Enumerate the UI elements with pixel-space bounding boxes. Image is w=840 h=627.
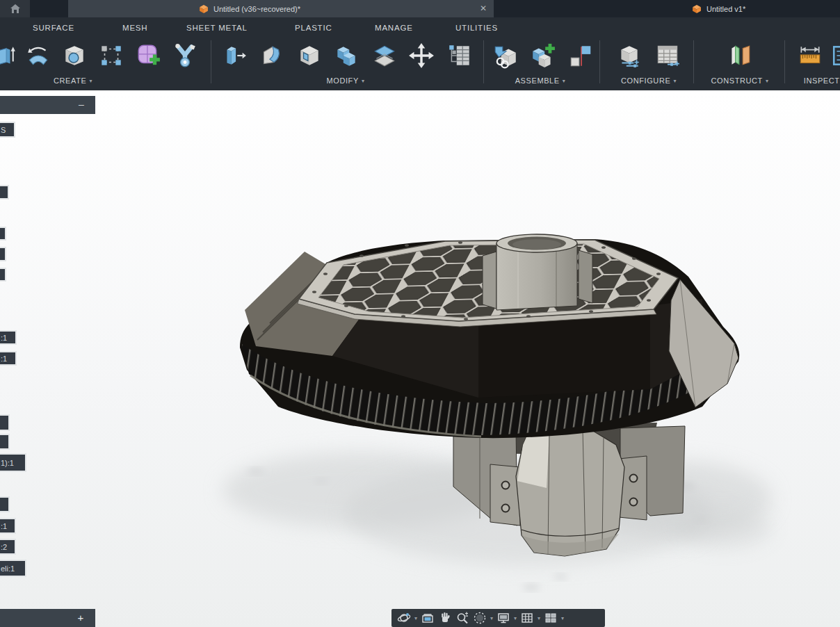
- group-label-create[interactable]: CREATE▾: [54, 74, 92, 88]
- browser-node-fragment[interactable]: [0, 247, 6, 261]
- fusion-window: Untitled (v36~recovered)* ✕ Untitled v1*…: [0, 0, 840, 627]
- tab-close-icon[interactable]: ✕: [480, 0, 487, 17]
- document-tab-title: Untitled v1*: [706, 5, 745, 13]
- document-cube-icon: [199, 4, 209, 14]
- construction-plane-icon[interactable]: [725, 39, 755, 72]
- timeline-bar[interactable]: +: [0, 609, 95, 627]
- group-label-construct[interactable]: CONSTRUCT▾: [711, 74, 768, 88]
- toolbar-divider: [211, 40, 211, 83]
- model-3d-render[interactable]: [0, 90, 840, 627]
- tab-sheet-metal[interactable]: SHEET METAL: [186, 17, 248, 38]
- browser-node-fragment[interactable]: 1):1: [0, 453, 26, 472]
- combine-icon[interactable]: [331, 39, 362, 72]
- measure-icon[interactable]: [795, 39, 825, 72]
- extrude-icon[interactable]: [0, 39, 19, 72]
- tab-manage[interactable]: MANAGE: [375, 17, 413, 38]
- tab-mesh[interactable]: MESH: [122, 17, 147, 38]
- toolbar-divider: [693, 40, 694, 83]
- configure-icon[interactable]: [614, 39, 645, 72]
- home-button[interactable]: [0, 0, 30, 17]
- shell-icon[interactable]: [294, 39, 325, 72]
- browser-node-fragment[interactable]: [0, 414, 10, 431]
- toolbar-divider: [599, 40, 600, 83]
- fillet-icon[interactable]: [257, 39, 287, 72]
- chevron-down-icon: ▾: [362, 78, 365, 84]
- view-navbar: ▾: [391, 609, 605, 627]
- ribbon: SURFACE MESH SHEET METAL PLASTIC MANAGE …: [0, 17, 840, 90]
- browser-node-fragment[interactable]: eli:1: [0, 560, 26, 577]
- tab-plastic[interactable]: PLASTIC: [295, 17, 332, 38]
- viewports-icon[interactable]: [544, 610, 558, 626]
- document-tab-inactive[interactable]: Untitled v1*: [612, 0, 840, 17]
- configuration-table-icon[interactable]: [652, 39, 683, 72]
- ribbon-menubar: SURFACE MESH SHEET METAL PLASTIC MANAGE …: [0, 17, 840, 38]
- browser-node-fragment[interactable]: [0, 496, 10, 512]
- fit-icon[interactable]: [473, 610, 487, 626]
- section-analysis-icon[interactable]: [829, 39, 840, 72]
- press-pull-icon[interactable]: [219, 39, 250, 72]
- chevron-down-icon: ▾: [673, 78, 677, 84]
- pan-icon[interactable]: [438, 610, 452, 626]
- hole-icon[interactable]: [59, 39, 90, 72]
- tab-surface[interactable]: SURFACE: [33, 17, 74, 38]
- group-label-configure[interactable]: CONFIGURE▾: [621, 74, 677, 88]
- chevron-down-icon[interactable]: ▾: [514, 615, 517, 621]
- joint-icon[interactable]: [565, 39, 596, 72]
- chevron-down-icon: ▾: [89, 78, 92, 84]
- browser-node-fragment[interactable]: :1: [0, 330, 17, 345]
- browser-node-fragment[interactable]: [0, 185, 9, 200]
- browser-node-fragment[interactable]: :2: [0, 539, 16, 555]
- tab-utilities[interactable]: UTILITIES: [455, 17, 498, 38]
- move-copy-icon[interactable]: [406, 39, 437, 72]
- generative-design-icon[interactable]: [170, 39, 200, 72]
- browser-node-fragment[interactable]: [0, 268, 6, 282]
- timeline-add-icon[interactable]: +: [72, 609, 90, 627]
- document-tab-title: Untitled (v36~recovered)*: [213, 5, 300, 13]
- chevron-down-icon: ▾: [766, 78, 769, 84]
- chevron-down-icon[interactable]: ▾: [490, 615, 493, 621]
- document-cube-icon: [692, 4, 702, 14]
- chevron-down-icon[interactable]: ▾: [538, 615, 540, 621]
- offset-face-icon[interactable]: [369, 39, 400, 72]
- display-settings-icon[interactable]: [496, 610, 510, 626]
- new-component-icon[interactable]: [528, 39, 558, 72]
- browser-node-fragment[interactable]: :1: [0, 351, 17, 366]
- rectangular-pattern-icon[interactable]: [96, 39, 127, 72]
- browser-panel-header[interactable]: –: [0, 96, 95, 114]
- change-parameters-icon[interactable]: [444, 39, 475, 72]
- toolbar-divider: [784, 40, 785, 83]
- document-tab-active[interactable]: Untitled (v36~recovered)* ✕: [68, 0, 494, 17]
- browser-node-fragment[interactable]: [0, 434, 10, 450]
- model-center-tower[interactable]: [483, 234, 592, 310]
- group-label-modify[interactable]: MODIFY▾: [326, 74, 364, 88]
- insert-icon[interactable]: [490, 39, 521, 72]
- toolbar-divider: [483, 40, 484, 83]
- panel-minimize-icon[interactable]: –: [73, 96, 90, 114]
- orbit-icon[interactable]: [397, 610, 411, 626]
- chevron-down-icon[interactable]: ▾: [561, 615, 564, 621]
- group-label-inspect[interactable]: INSPECT▾: [804, 74, 840, 88]
- browser-node-fragment[interactable]: :1: [0, 518, 16, 534]
- look-at-icon[interactable]: [421, 610, 435, 626]
- revolve-icon[interactable]: [23, 39, 54, 72]
- chevron-down-icon: ▾: [563, 78, 566, 84]
- viewport-canvas[interactable]: – S :1 :1 1):1 :1 :2 eli:1 +: [0, 90, 840, 627]
- form-icon[interactable]: [133, 39, 163, 72]
- zoom-icon[interactable]: [455, 610, 469, 626]
- grid-settings-icon[interactable]: [520, 610, 534, 626]
- document-tabbar: Untitled (v36~recovered)* ✕ Untitled v1*: [0, 0, 840, 17]
- group-label-assemble[interactable]: ASSEMBLE▾: [515, 74, 566, 88]
- home-icon: [10, 3, 21, 14]
- browser-node-fragment[interactable]: [0, 227, 6, 241]
- chevron-down-icon[interactable]: ▾: [414, 615, 417, 621]
- browser-node-fragment[interactable]: S: [0, 122, 15, 138]
